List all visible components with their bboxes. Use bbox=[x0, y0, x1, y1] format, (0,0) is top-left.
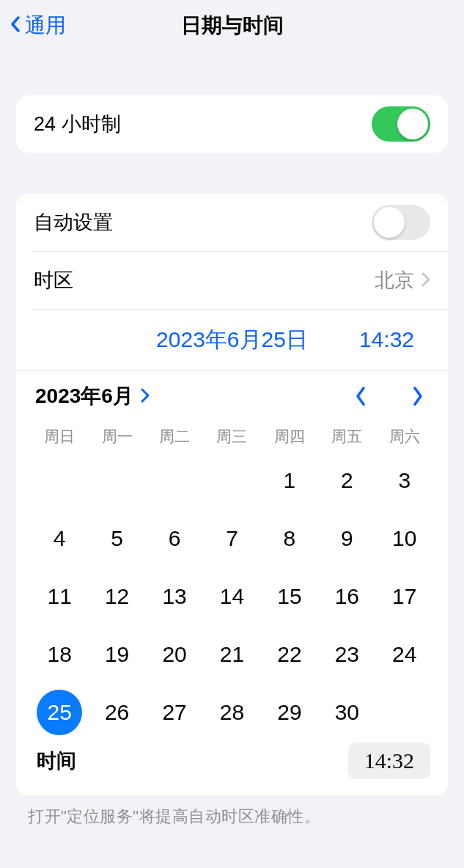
hour24-toggle[interactable] bbox=[372, 106, 430, 142]
calendar-day[interactable]: 3 bbox=[376, 451, 433, 509]
calendar-day[interactable]: 19 bbox=[88, 625, 145, 683]
calendar-day[interactable]: 23 bbox=[318, 625, 375, 683]
calendar-day[interactable]: 29 bbox=[261, 683, 318, 741]
calendar-day[interactable]: 27 bbox=[146, 683, 203, 741]
calendar-day[interactable]: 22 bbox=[261, 625, 318, 683]
selected-date: 2023年6月25日 bbox=[156, 325, 308, 355]
calendar-day[interactable]: 5 bbox=[88, 509, 145, 567]
month-selector[interactable]: 2023年6月 bbox=[35, 382, 150, 410]
calendar-day[interactable]: 6 bbox=[146, 509, 203, 567]
timezone-value: 北京 bbox=[375, 267, 414, 293]
page-title: 日期与时间 bbox=[181, 12, 284, 40]
auto-set-label: 自动设置 bbox=[34, 209, 113, 236]
calendar-day[interactable]: 7 bbox=[203, 509, 260, 567]
calendar-day[interactable]: 26 bbox=[88, 683, 145, 741]
calendar-day[interactable]: 13 bbox=[146, 567, 203, 625]
hour24-label: 24 小时制 bbox=[34, 111, 121, 137]
chevron-right-icon bbox=[421, 269, 430, 292]
calendar-day[interactable]: 24 bbox=[376, 625, 433, 683]
calendar-day[interactable]: 8 bbox=[261, 509, 318, 567]
selected-time: 14:32 bbox=[359, 327, 414, 352]
weekday-header: 周五 bbox=[318, 423, 375, 451]
calendar-day[interactable]: 12 bbox=[88, 567, 145, 625]
calendar-day[interactable]: 17 bbox=[376, 567, 433, 625]
calendar-day[interactable]: 25 bbox=[31, 683, 88, 741]
back-button[interactable]: 通用 bbox=[10, 12, 66, 40]
weekday-header: 周日 bbox=[31, 423, 88, 451]
timezone-label: 时区 bbox=[34, 267, 73, 293]
weekday-header: 周三 bbox=[203, 423, 260, 451]
time-label: 时间 bbox=[37, 748, 76, 774]
calendar-day[interactable]: 30 bbox=[318, 683, 375, 741]
footer-note: 打开"定位服务"将提高自动时区准确性。 bbox=[0, 795, 464, 828]
calendar-day[interactable]: 16 bbox=[318, 567, 375, 625]
calendar-day[interactable]: 1 bbox=[261, 451, 318, 509]
calendar-day[interactable]: 28 bbox=[203, 683, 260, 741]
calendar-day[interactable]: 10 bbox=[376, 509, 433, 567]
weekday-header: 周四 bbox=[261, 423, 318, 451]
auto-set-toggle[interactable] bbox=[372, 205, 430, 240]
calendar-day[interactable]: 18 bbox=[31, 625, 88, 683]
next-month-button[interactable] bbox=[407, 385, 429, 407]
timezone-row[interactable]: 时区 北京 bbox=[16, 252, 448, 309]
weekday-header: 周六 bbox=[376, 423, 433, 451]
calendar-day[interactable]: 2 bbox=[318, 451, 375, 509]
calendar-day[interactable]: 14 bbox=[203, 567, 260, 625]
month-label: 2023年6月 bbox=[35, 382, 133, 410]
calendar-day[interactable]: 11 bbox=[31, 567, 88, 625]
calendar-day[interactable]: 15 bbox=[261, 567, 318, 625]
prev-month-button[interactable] bbox=[350, 385, 372, 407]
calendar-day[interactable]: 4 bbox=[31, 509, 88, 567]
datetime-display-row[interactable]: 2023年6月25日 14:32 bbox=[16, 310, 448, 370]
chevron-right-icon bbox=[141, 384, 150, 408]
weekday-header: 周一 bbox=[88, 423, 145, 451]
time-picker[interactable]: 14:32 bbox=[348, 743, 430, 779]
calendar-day[interactable]: 21 bbox=[203, 625, 260, 683]
calendar-day[interactable]: 9 bbox=[318, 509, 375, 567]
calendar-day[interactable]: 20 bbox=[146, 625, 203, 683]
back-label: 通用 bbox=[25, 12, 66, 40]
chevron-left-icon bbox=[10, 14, 21, 37]
weekday-header: 周二 bbox=[146, 423, 203, 451]
